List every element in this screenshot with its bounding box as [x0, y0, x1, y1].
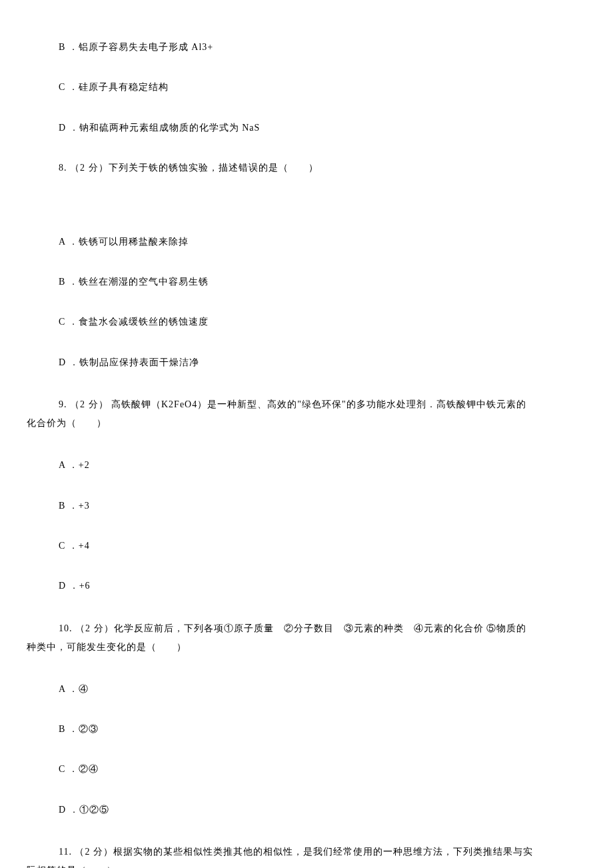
- option-item: C ．②④: [59, 762, 586, 777]
- option-label: C ．: [59, 317, 79, 327]
- option-item: D ．铁制品应保持表面干燥洁净: [59, 355, 586, 370]
- option-item: A ．铁锈可以用稀盐酸来除掉: [59, 235, 586, 249]
- option-label: A ．: [59, 460, 79, 470]
- option-label: C ．: [59, 764, 79, 774]
- question-line2: 化合价为（ ）: [27, 414, 586, 433]
- option-text: 铁锈可以用稀盐酸来除掉: [79, 237, 189, 247]
- option-item: D ．+6: [59, 579, 586, 593]
- option-label: B ．: [59, 42, 79, 52]
- option-text: ②④: [79, 764, 99, 774]
- option-text: +2: [79, 460, 90, 470]
- option-label: D ．: [59, 581, 79, 591]
- question-10: 10. （2 分）化学反应前后，下列各项①原子质量 ②分子数目 ③元素的种类 ④…: [27, 619, 586, 657]
- question-11: 11. （2 分）根据实物的某些相似性类推其他的相似性，是我们经常使用的一种思维…: [27, 843, 586, 868]
- question-line2: 种类中，可能发生变化的是（ ）: [27, 638, 586, 657]
- option-label: C ．: [59, 82, 79, 92]
- option-label: B ．: [59, 501, 79, 511]
- option-item: B ．+3: [59, 499, 586, 513]
- option-item: A ．④: [59, 682, 586, 697]
- option-label: A ．: [59, 684, 79, 694]
- option-label: D ．: [59, 123, 79, 133]
- option-label: D ．: [59, 805, 79, 815]
- option-text: ④: [79, 684, 89, 694]
- option-label: B ．: [59, 277, 79, 287]
- option-item: B ．②③: [59, 722, 586, 737]
- option-label: C ．: [59, 541, 79, 551]
- option-item: B ．铝原子容易失去电子形成 Al3+: [59, 40, 586, 55]
- option-text: 铁丝在潮湿的空气中容易生锈: [79, 277, 209, 287]
- option-label: B ．: [59, 724, 79, 734]
- option-item: C ．食盐水会减缓铁丝的锈蚀速度: [59, 315, 586, 329]
- option-label: A ．: [59, 237, 79, 247]
- option-item: D ．钠和硫两种元素组成物质的化学式为 NaS: [59, 121, 586, 135]
- question-number: 8.: [59, 163, 70, 173]
- option-item: D ．①②⑤: [59, 803, 586, 817]
- option-text: +4: [79, 541, 90, 551]
- option-text: +6: [79, 581, 91, 591]
- question-points: （2 分）: [70, 163, 109, 173]
- option-label: D ．: [59, 357, 79, 367]
- option-text: ①②⑤: [79, 805, 109, 815]
- option-text: 食盐水会减缓铁丝的锈蚀速度: [79, 317, 209, 327]
- option-item: B ．铁丝在潮湿的空气中容易生锈: [59, 275, 586, 289]
- option-text: 钠和硫两种元素组成物质的化学式为 NaS: [79, 123, 261, 133]
- option-item: A ．+2: [59, 458, 586, 473]
- question-text: 下列关于铁的锈蚀实验，描述错误的是（ ）: [109, 163, 318, 173]
- document-content: B ．铝原子容易失去电子形成 Al3+ C ．硅原子具有稳定结构 D ．钠和硫两…: [27, 0, 586, 868]
- question-8: 8. （2 分）下列关于铁的锈蚀实验，描述错误的是（ ）: [59, 161, 586, 175]
- option-item: C ．+4: [59, 539, 586, 553]
- question-line2: 际相符的是（ ）: [27, 861, 586, 868]
- option-text: +3: [79, 501, 90, 511]
- option-text: 铝原子容易失去电子形成 Al3+: [79, 42, 213, 52]
- option-text: 铁制品应保持表面干燥洁净: [79, 357, 199, 367]
- question-line1: 9. （2 分） 高铁酸钾（K2FeO4）是一种新型、高效的"绿色环保"的多功能…: [27, 395, 586, 414]
- option-text: ②③: [79, 724, 99, 734]
- option-text: 硅原子具有稳定结构: [79, 82, 169, 92]
- question-line1: 10. （2 分）化学反应前后，下列各项①原子质量 ②分子数目 ③元素的种类 ④…: [27, 619, 586, 638]
- spacer: [27, 201, 586, 235]
- option-item: C ．硅原子具有稳定结构: [59, 80, 586, 95]
- question-line1: 11. （2 分）根据实物的某些相似性类推其他的相似性，是我们经常使用的一种思维…: [27, 843, 586, 861]
- question-9: 9. （2 分） 高铁酸钾（K2FeO4）是一种新型、高效的"绿色环保"的多功能…: [27, 395, 586, 433]
